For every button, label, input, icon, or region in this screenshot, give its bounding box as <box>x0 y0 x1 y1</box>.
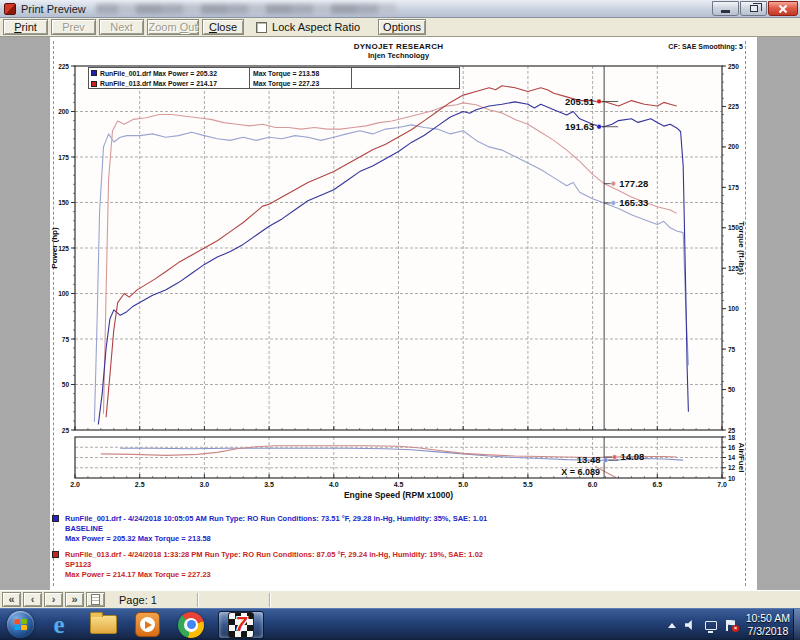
redacted-title-text <box>96 4 396 14</box>
network-icon[interactable] <box>705 621 717 630</box>
svg-text:165.33: 165.33 <box>619 197 648 208</box>
page-number-label: Page: 1 <box>119 594 157 606</box>
svg-text:4.5: 4.5 <box>394 481 404 488</box>
legend-row-sp1123: RunFile_013.drf Max Power = 214.17 Max T… <box>89 78 459 89</box>
legend-power-baseline: Max Power = 205.32 <box>153 70 217 77</box>
svg-text:14: 14 <box>728 454 736 461</box>
svg-text:2.0: 2.0 <box>70 481 80 488</box>
svg-text:12: 12 <box>728 464 736 471</box>
system-tray: × <box>668 609 736 640</box>
first-page-button[interactable]: « <box>2 592 21 607</box>
volume-icon[interactable] <box>685 620 696 630</box>
page-layout-button[interactable] <box>86 592 105 607</box>
app-icon <box>4 3 16 15</box>
legend-swatch-sp1123 <box>91 81 97 87</box>
run-max-baseline: Max Power = 205.32 Max Torque = 213.58 <box>65 534 732 544</box>
close-preview-button[interactable]: Close <box>202 19 244 35</box>
svg-text:6.5: 6.5 <box>652 481 662 488</box>
start-button[interactable] <box>7 611 34 638</box>
zoom-out-button[interactable]: Zoom Out <box>147 19 199 35</box>
svg-text:225: 225 <box>728 103 739 110</box>
svg-text:5.0: 5.0 <box>458 481 468 488</box>
action-center-icon[interactable]: × <box>726 620 736 631</box>
run-max-sp1123: Max Power = 214.17 Max Torque = 227.23 <box>65 570 732 580</box>
chrome-icon <box>178 612 204 638</box>
svg-text:100: 100 <box>58 290 69 297</box>
media-player-icon <box>135 612 160 637</box>
restore-button[interactable] <box>740 1 767 16</box>
prev-button[interactable]: Prev <box>51 19 96 35</box>
svg-text:Torque (ft-lbs): Torque (ft-lbs) <box>737 221 746 275</box>
restore-icon <box>750 5 758 12</box>
run-details-sp1123: RunFile_013.drf - 4/24/2018 1:33:28 PM R… <box>65 550 483 560</box>
taskbar-item-internet-explorer[interactable]: e <box>40 610 78 640</box>
prev-page-button[interactable]: ‹ <box>23 592 42 607</box>
toolbar: Print Prev Next Zoom Out Close Lock Aspe… <box>0 18 800 37</box>
minimize-button[interactable] <box>712 1 739 16</box>
run-info-sp1123: RunFile_013.drf - 4/24/2018 1:33:28 PM R… <box>52 550 732 580</box>
show-desktop-button[interactable] <box>793 609 800 640</box>
svg-text:177.28: 177.28 <box>619 178 648 189</box>
last-page-button[interactable]: » <box>65 592 84 607</box>
print-preview-window: Print Preview Print Prev Next Zoom Out C… <box>0 0 800 640</box>
minimize-icon <box>721 10 730 13</box>
next-button[interactable]: Next <box>99 19 144 35</box>
legend-file-baseline: RunFile_001.drf <box>100 70 151 77</box>
clock-date: 7/3/2018 <box>746 625 790 638</box>
chart-title: DYNOJET RESEARCH <box>75 42 722 51</box>
folder-icon <box>90 615 117 634</box>
page-icon <box>91 594 100 605</box>
status-bar: « ‹ › » Page: 1 <box>0 590 800 608</box>
close-icon <box>778 4 788 14</box>
lock-aspect-ratio-checkbox[interactable] <box>256 22 267 33</box>
svg-text:200: 200 <box>58 108 69 115</box>
svg-text:75: 75 <box>728 346 736 353</box>
chart-header: DYNOJET RESEARCH Injen Technology <box>75 42 722 60</box>
print-button[interactable]: Print <box>3 19 48 35</box>
svg-text:7.0: 7.0 <box>717 481 727 488</box>
run-info-baseline: RunFile_001.drf - 4/24/2018 10:05:05 AM … <box>52 514 732 544</box>
svg-text:191.63: 191.63 <box>565 121 594 132</box>
svg-text:Power (hp): Power (hp) <box>50 227 59 269</box>
svg-text:5.5: 5.5 <box>523 481 533 488</box>
run-swatch-sp1123 <box>52 551 59 558</box>
taskbar-item-dynojet-winpep-active[interactable]: 7 <box>218 611 264 639</box>
svg-text:Engine Speed (RPM x1000): Engine Speed (RPM x1000) <box>344 490 453 500</box>
lock-aspect-ratio-label: Lock Aspect Ratio <box>272 21 360 33</box>
svg-text:150: 150 <box>58 199 69 206</box>
svg-text:10: 10 <box>728 475 736 482</box>
run-label-baseline: BASELINE <box>65 524 732 534</box>
svg-text:X = 6.089: X = 6.089 <box>561 467 600 477</box>
run-swatch-baseline <box>52 515 59 522</box>
svg-text:100: 100 <box>728 305 739 312</box>
tray-expand-icon[interactable] <box>668 623 676 628</box>
legend-power-sp1123: Max Power = 214.17 <box>153 80 217 87</box>
lock-aspect-ratio-control: Lock Aspect Ratio <box>256 21 360 33</box>
alert-badge: × <box>732 625 739 632</box>
svg-text:50: 50 <box>728 386 736 393</box>
svg-text:16: 16 <box>728 444 736 451</box>
svg-text:125: 125 <box>58 245 69 252</box>
svg-text:18: 18 <box>728 434 736 441</box>
taskbar-clock[interactable]: 10:50 AM 7/3/2018 <box>746 612 790 638</box>
statusbar-separator <box>269 593 271 607</box>
dyno-chart[interactable]: 165.33177.28191.63205.512550751001251501… <box>50 37 757 590</box>
correction-factor-note: CF: SAE Smoothing: 5 <box>668 43 743 50</box>
window-title: Print Preview <box>21 3 86 15</box>
svg-text:175: 175 <box>58 154 69 161</box>
title-bar[interactable]: Print Preview <box>0 0 800 18</box>
svg-text:Air/Fuel: Air/Fuel <box>737 443 746 473</box>
legend-torque-baseline: Max Torque = 213.58 <box>253 70 319 77</box>
svg-text:3.0: 3.0 <box>200 481 210 488</box>
taskbar: e 7 × 10:50 AM 7/3/2018 <box>0 608 800 640</box>
next-page-button[interactable]: › <box>44 592 63 607</box>
options-button[interactable]: Options <box>378 19 426 35</box>
taskbar-item-chrome[interactable] <box>172 610 210 640</box>
taskbar-item-windows-explorer[interactable] <box>84 610 122 640</box>
legend-file-sp1123: RunFile_013.drf <box>100 80 151 87</box>
taskbar-item-media-player[interactable] <box>128 610 166 640</box>
svg-text:225: 225 <box>58 63 69 70</box>
svg-text:25: 25 <box>728 427 736 434</box>
close-window-button[interactable] <box>768 1 798 16</box>
svg-text:205.51: 205.51 <box>565 96 595 107</box>
